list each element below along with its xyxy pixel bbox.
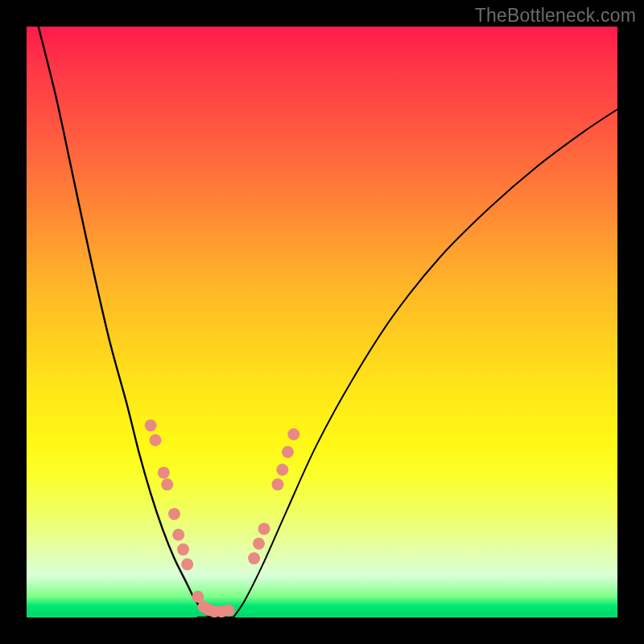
marker-dot	[276, 464, 288, 476]
marker-layer	[145, 419, 300, 617]
chart-svg	[27, 27, 617, 617]
marker-dot	[192, 591, 204, 603]
marker-dot	[287, 428, 299, 440]
marker-dot	[181, 558, 193, 570]
series-left-curve	[39, 27, 210, 617]
marker-dot	[161, 478, 173, 490]
marker-dot	[271, 478, 283, 490]
watermark-text: TheBottleneck.com	[475, 5, 636, 27]
series-right-curve	[233, 109, 617, 617]
marker-dot	[177, 543, 189, 555]
marker-dot	[150, 434, 162, 446]
marker-dot	[223, 605, 235, 617]
marker-dot	[253, 538, 265, 550]
marker-dot	[168, 508, 180, 520]
marker-dot	[258, 522, 270, 535]
chart-plot-area	[27, 27, 617, 617]
marker-dot	[172, 529, 184, 541]
marker-dot	[282, 446, 294, 458]
chart-frame: TheBottleneck.com	[0, 0, 644, 644]
marker-dot	[145, 419, 157, 431]
curve-layer	[39, 27, 617, 617]
marker-dot	[248, 552, 260, 564]
marker-dot	[158, 467, 170, 479]
